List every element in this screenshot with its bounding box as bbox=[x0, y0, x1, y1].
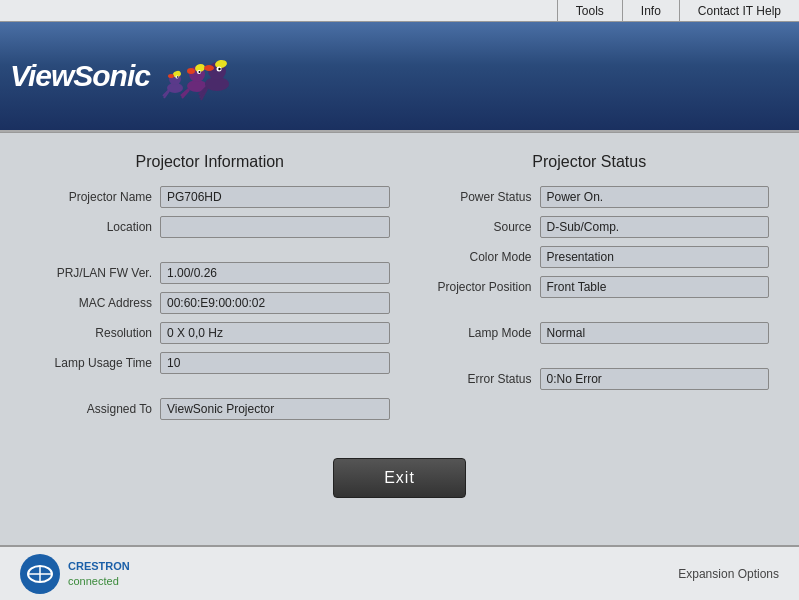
footer: CRESTRON connected Expansion Options bbox=[0, 545, 799, 600]
viewsonic-logo-text: ViewSonic bbox=[10, 59, 150, 93]
location-value bbox=[160, 216, 390, 238]
mac-label: MAC Address bbox=[30, 296, 160, 310]
lamp-mode-label: Lamp Mode bbox=[410, 326, 540, 340]
projector-info-title: Projector Information bbox=[30, 153, 390, 171]
lamp-mode-row: Lamp Mode Normal bbox=[410, 322, 770, 344]
assigned-to-label: Assigned To bbox=[30, 402, 160, 416]
svg-point-11 bbox=[187, 68, 195, 74]
power-status-label: Power Status bbox=[410, 190, 540, 204]
svg-point-21 bbox=[218, 68, 220, 70]
power-status-value: Power On. bbox=[540, 186, 770, 208]
mac-row: MAC Address 00:60:E9:00:00:02 bbox=[30, 292, 390, 314]
source-label: Source bbox=[410, 220, 540, 234]
fw-ver-row: PRJ/LAN FW Ver. 1.00/0.26 bbox=[30, 262, 390, 284]
color-mode-value: Presentation bbox=[540, 246, 770, 268]
projector-name-value: PG706HD bbox=[160, 186, 390, 208]
projector-position-label: Projector Position bbox=[410, 280, 540, 294]
color-mode-row: Color Mode Presentation bbox=[410, 246, 770, 268]
lamp-mode-value: Normal bbox=[540, 322, 770, 344]
crestron-text: CRESTRON connected bbox=[68, 559, 130, 588]
error-status-label: Error Status bbox=[410, 372, 540, 386]
assigned-to-row: Assigned To ViewSonic Projector bbox=[30, 398, 390, 420]
crestron-name: CRESTRON bbox=[68, 559, 130, 573]
projector-info-column: Projector Information Projector Name PG7… bbox=[30, 153, 390, 428]
assigned-to-value: ViewSonic Projector bbox=[160, 398, 390, 420]
contact-it-help-nav-item[interactable]: Contact IT Help bbox=[679, 0, 799, 21]
resolution-label: Resolution bbox=[30, 326, 160, 340]
crestron-sub: connected bbox=[68, 574, 130, 588]
color-mode-label: Color Mode bbox=[410, 250, 540, 264]
resolution-row: Resolution 0 X 0,0 Hz bbox=[30, 322, 390, 344]
content-grid: Projector Information Projector Name PG7… bbox=[30, 153, 769, 428]
tools-nav-item[interactable]: Tools bbox=[557, 0, 622, 21]
mac-value: 00:60:E9:00:00:02 bbox=[160, 292, 390, 314]
svg-point-19 bbox=[204, 65, 214, 71]
source-row: Source D-Sub/Comp. bbox=[410, 216, 770, 238]
projector-status-column: Projector Status Power Status Power On. … bbox=[410, 153, 770, 428]
exit-button-container: Exit bbox=[30, 458, 769, 498]
info-nav-item[interactable]: Info bbox=[622, 0, 679, 21]
svg-point-13 bbox=[198, 71, 200, 73]
projector-name-label: Projector Name bbox=[30, 190, 160, 204]
svg-point-3 bbox=[168, 74, 174, 78]
error-status-value: 0:No Error bbox=[540, 368, 770, 390]
lamp-usage-label: Lamp Usage Time bbox=[30, 356, 160, 370]
svg-point-5 bbox=[177, 76, 179, 78]
header: ViewSonic bbox=[0, 22, 799, 132]
crestron-logo: CRESTRON connected bbox=[20, 554, 130, 594]
location-row: Location bbox=[30, 216, 390, 238]
logo-area: ViewSonic bbox=[10, 46, 235, 106]
main-content: Projector Information Projector Name PG7… bbox=[0, 133, 799, 553]
projector-position-row: Projector Position Front Table bbox=[410, 276, 770, 298]
lamp-usage-row: Lamp Usage Time 10 bbox=[30, 352, 390, 374]
projector-status-title: Projector Status bbox=[410, 153, 770, 171]
location-label: Location bbox=[30, 220, 160, 234]
crestron-logo-svg bbox=[25, 563, 55, 585]
fw-ver-label: PRJ/LAN FW Ver. bbox=[30, 266, 160, 280]
expansion-options: Expansion Options bbox=[678, 567, 779, 581]
lamp-usage-value: 10 bbox=[160, 352, 390, 374]
crestron-icon bbox=[20, 554, 60, 594]
exit-button[interactable]: Exit bbox=[333, 458, 466, 498]
power-status-row: Power Status Power On. bbox=[410, 186, 770, 208]
projector-name-row: Projector Name PG706HD bbox=[30, 186, 390, 208]
fw-ver-value: 1.00/0.26 bbox=[160, 262, 390, 284]
viewsonic-logo-icon bbox=[155, 46, 235, 106]
projector-position-value: Front Table bbox=[540, 276, 770, 298]
source-value: D-Sub/Comp. bbox=[540, 216, 770, 238]
error-status-row: Error Status 0:No Error bbox=[410, 368, 770, 390]
top-nav-bar: Tools Info Contact IT Help bbox=[0, 0, 799, 22]
resolution-value: 0 X 0,0 Hz bbox=[160, 322, 390, 344]
